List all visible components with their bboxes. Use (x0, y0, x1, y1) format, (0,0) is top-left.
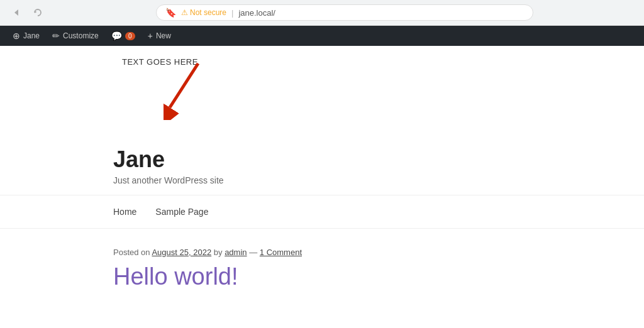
nav-sample-page[interactable]: Sample Page (155, 207, 208, 217)
browser-toolbar: 🔖 ⚠ Not secure | jane.local/ (0, 0, 644, 25)
back-button[interactable] (8, 4, 25, 21)
admin-bar-new-label: New (156, 31, 171, 40)
post-meta: Posted on August 25, 2022 by admin — 1 C… (113, 248, 644, 257)
admin-bar-comments[interactable]: 💬 0 (105, 26, 142, 46)
admin-bar-new[interactable]: + New (142, 26, 177, 46)
wp-admin-bar: ⊕ Jane ✏ Customize 💬 0 + New (0, 26, 644, 46)
nav-home[interactable]: Home (113, 207, 136, 217)
browser-chrome: 🔖 ⚠ Not secure | jane.local/ (0, 0, 644, 26)
url-text: jane.local/ (238, 8, 275, 18)
comments-badge: 0 (125, 32, 135, 40)
comments-icon: 💬 (111, 31, 122, 41)
url-separator: | (231, 8, 233, 18)
admin-bar-site[interactable]: ⊕ Jane (6, 26, 46, 46)
post-date[interactable]: August 25, 2022 (152, 248, 211, 257)
customize-icon: ✏ (52, 31, 60, 41)
post-title[interactable]: Hello world! (113, 263, 238, 290)
warning-icon: ⚠ (181, 8, 188, 17)
post-comments[interactable]: 1 Comment (260, 248, 302, 257)
reload-button[interactable] (29, 4, 47, 21)
address-bar[interactable]: 🔖 ⚠ Not secure | jane.local/ (156, 4, 533, 21)
not-secure-label: Not secure (190, 8, 226, 17)
admin-bar-site-label: Jane (23, 31, 40, 40)
site-navigation: Home Sample Page (0, 195, 644, 229)
red-arrow-icon (164, 57, 220, 120)
svg-line-3 (170, 63, 198, 107)
posted-on-text: Posted on (113, 248, 150, 257)
admin-bar-customize[interactable]: ✏ Customize (46, 26, 105, 46)
post-separator: — (249, 248, 257, 257)
security-warning: ⚠ Not secure (181, 8, 226, 17)
nav-buttons (8, 4, 47, 21)
site-header: Jane Just another WordPress site (0, 134, 644, 195)
site-tagline: Just another WordPress site (113, 175, 644, 185)
annotation-area: TEXT GOES HERE (0, 46, 644, 134)
page-content: TEXT GOES HERE Jane Just another WordPre… (0, 46, 644, 303)
by-text: by (214, 248, 223, 257)
main-content: Posted on August 25, 2022 by admin — 1 C… (0, 229, 644, 303)
bookmark-icon: 🔖 (165, 8, 176, 18)
wp-logo-icon: ⊕ (13, 31, 20, 41)
new-icon: + (148, 31, 153, 41)
svg-marker-0 (14, 9, 18, 16)
site-title: Jane (113, 146, 644, 173)
admin-bar-customize-label: Customize (63, 31, 99, 40)
post-author[interactable]: admin (225, 248, 247, 257)
svg-marker-1 (35, 11, 37, 13)
